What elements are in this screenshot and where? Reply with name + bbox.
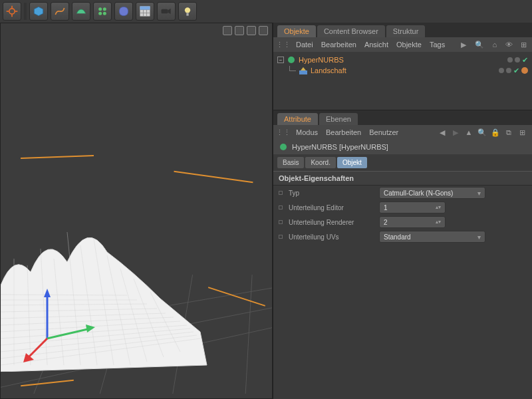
landscape-icon bbox=[299, 66, 308, 75]
home-icon[interactable]: ⌂ bbox=[492, 40, 497, 49]
renderer-subdiv-spinner[interactable]: 2▴▾ bbox=[379, 216, 446, 228]
tab-layers[interactable]: Ebenen bbox=[319, 113, 358, 125]
nurbs-icon[interactable] bbox=[72, 2, 90, 21]
svg-rect-32 bbox=[299, 70, 307, 74]
phong-tag-icon[interactable] bbox=[521, 67, 528, 74]
object-manager-tabs: Objekte Content Browser Struktur bbox=[273, 23, 532, 37]
enable-check-icon[interactable]: ✔ bbox=[513, 66, 519, 75]
viewport[interactable] bbox=[0, 23, 273, 399]
subtab-koord[interactable]: Koord. bbox=[305, 157, 335, 168]
nav-up-icon[interactable]: ▲ bbox=[464, 128, 473, 137]
enable-check-icon[interactable]: ✔ bbox=[522, 56, 528, 65]
menu-edit[interactable]: Bearbeiten bbox=[326, 128, 361, 136]
eye-icon[interactable]: 👁 bbox=[505, 40, 513, 49]
vis-render-dot[interactable] bbox=[515, 57, 520, 63]
prop-row-renderer-subdiv: Unterteilung Renderer 2▴▾ bbox=[273, 215, 532, 229]
attribute-subtabs: Basis Koord. Objekt bbox=[273, 154, 532, 171]
search-icon[interactable]: 🔍 bbox=[477, 128, 487, 137]
attribute-header: HyperNURBS [HyperNURBS] bbox=[273, 140, 532, 154]
object-manager-menubar: ⋮⋮ Datei Bearbeiten Ansicht Objekte Tags… bbox=[273, 37, 532, 52]
menu-grip-icon[interactable]: ⋮⋮ bbox=[279, 40, 288, 49]
subtab-objekt[interactable]: Objekt bbox=[337, 157, 367, 168]
anim-keyframe-toggle[interactable] bbox=[279, 220, 283, 224]
attribute-tabs: Attribute Ebenen bbox=[273, 110, 532, 125]
prop-label: Unterteilung Editor bbox=[289, 204, 375, 211]
menu-edit[interactable]: Bearbeiten bbox=[321, 41, 356, 49]
typ-dropdown[interactable]: Catmull-Clark (N-Gons) bbox=[379, 187, 485, 199]
prop-row-editor-subdiv: Unterteilung Editor 1▴▾ bbox=[273, 200, 532, 215]
menu-tags[interactable]: Tags bbox=[430, 41, 445, 49]
nav-back-icon[interactable]: ◀ bbox=[438, 128, 447, 137]
menu-objects[interactable]: Objekte bbox=[396, 41, 422, 49]
attribute-object-name: HyperNURBS [HyperNURBS] bbox=[292, 143, 388, 151]
menu-user[interactable]: Benutzer bbox=[369, 128, 398, 136]
add-icon[interactable]: ⊞ bbox=[517, 128, 527, 137]
uv-subdiv-dropdown[interactable]: Standard bbox=[379, 231, 485, 243]
tab-attribute[interactable]: Attribute bbox=[277, 113, 318, 125]
camera-icon[interactable] bbox=[157, 2, 176, 21]
svg-rect-14 bbox=[140, 7, 150, 10]
search-icon[interactable]: 🔍 bbox=[475, 40, 484, 49]
svg-point-8 bbox=[103, 12, 106, 15]
tab-structure[interactable]: Struktur bbox=[386, 25, 426, 37]
terrain-mesh bbox=[1, 172, 213, 372]
anim-keyframe-toggle[interactable] bbox=[279, 235, 283, 239]
nav-fwd-icon[interactable]: ▶ bbox=[451, 128, 460, 137]
tree-row-landschaft[interactable]: Landschaft ✔ bbox=[277, 65, 528, 76]
prop-label: Unterteilung Renderer bbox=[289, 219, 375, 226]
anim-keyframe-toggle[interactable] bbox=[279, 191, 283, 195]
menu-mode[interactable]: Modus bbox=[296, 128, 318, 136]
gear-icon[interactable] bbox=[3, 2, 21, 21]
spline-icon[interactable] bbox=[51, 2, 69, 21]
menu-grip-icon[interactable]: ⋮⋮ bbox=[279, 128, 288, 137]
tab-objects[interactable]: Objekte bbox=[277, 25, 316, 37]
section-title: Objekt-Eigenschaften bbox=[273, 171, 532, 186]
tree-branch-icon bbox=[289, 66, 296, 71]
vis-editor-dot[interactable] bbox=[507, 57, 513, 63]
cube-icon[interactable] bbox=[29, 2, 48, 21]
deformer-icon[interactable] bbox=[114, 2, 133, 21]
add-icon[interactable]: ⊞ bbox=[521, 40, 527, 49]
link-icon[interactable]: ⧉ bbox=[504, 128, 513, 137]
svg-point-31 bbox=[288, 57, 295, 63]
expand-toggle[interactable]: − bbox=[277, 57, 284, 63]
svg-point-0 bbox=[9, 9, 15, 14]
subtab-basis[interactable]: Basis bbox=[277, 157, 304, 168]
svg-rect-15 bbox=[162, 9, 168, 14]
floor-icon[interactable] bbox=[136, 2, 154, 21]
svg-rect-17 bbox=[186, 13, 188, 16]
prop-row-uv-subdiv: Unterteilung UVs Standard bbox=[273, 229, 532, 244]
main-toolbar bbox=[0, 0, 532, 23]
vis-editor-dot[interactable] bbox=[499, 68, 504, 73]
editor-subdiv-spinner[interactable]: 1▴▾ bbox=[379, 201, 446, 213]
vis-render-dot[interactable] bbox=[506, 68, 511, 73]
svg-point-5 bbox=[98, 7, 102, 11]
separator bbox=[24, 3, 27, 20]
object-tree: − HyperNURBS ✔ Landschaft bbox=[273, 52, 532, 110]
spinner-arrows-icon[interactable]: ▴▾ bbox=[436, 221, 441, 223]
prop-row-typ: Typ Catmull-Clark (N-Gons) bbox=[273, 186, 532, 200]
tree-row-hypernurbs[interactable]: − HyperNURBS ✔ bbox=[277, 55, 528, 65]
svg-point-16 bbox=[185, 7, 190, 13]
menu-file[interactable]: Datei bbox=[296, 41, 313, 49]
hypernurbs-icon bbox=[279, 142, 288, 152]
light-icon[interactable] bbox=[178, 2, 197, 21]
hypernurbs-icon bbox=[287, 55, 296, 65]
prop-label: Unterteilung UVs bbox=[289, 233, 375, 241]
attribute-menubar: ⋮⋮ Modus Bearbeiten Benutzer ◀ ▶ ▲ 🔍 🔒 ⧉… bbox=[273, 125, 532, 140]
object-label[interactable]: Landschaft bbox=[311, 66, 346, 74]
svg-point-7 bbox=[98, 12, 102, 15]
tab-content-browser[interactable]: Content Browser bbox=[317, 25, 385, 37]
arrow-icon[interactable]: ▶ bbox=[461, 40, 466, 49]
svg-marker-33 bbox=[301, 67, 306, 70]
prop-label: Typ bbox=[289, 190, 375, 197]
spinner-arrows-icon[interactable]: ▴▾ bbox=[436, 206, 441, 209]
lock-icon[interactable]: 🔒 bbox=[491, 128, 500, 137]
menu-view[interactable]: Ansicht bbox=[364, 41, 388, 49]
svg-point-34 bbox=[280, 144, 287, 150]
object-label[interactable]: HyperNURBS bbox=[299, 56, 344, 64]
anim-keyframe-toggle[interactable] bbox=[279, 205, 283, 209]
svg-point-6 bbox=[103, 7, 106, 11]
array-icon[interactable] bbox=[93, 2, 112, 21]
